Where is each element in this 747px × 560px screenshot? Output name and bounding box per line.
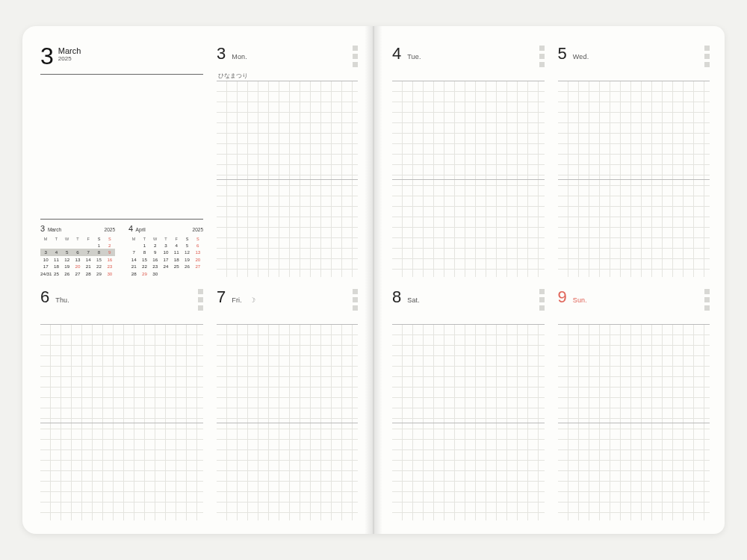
checkbox[interactable] [198, 297, 203, 302]
checkbox-column [539, 287, 545, 311]
checkbox[interactable] [704, 62, 710, 67]
checkbox[interactable] [704, 289, 710, 294]
mini-day: 15 [139, 256, 149, 263]
checkbox[interactable] [704, 54, 710, 59]
mini-day: 23 [105, 263, 115, 270]
mini-day: 6 [72, 249, 83, 255]
checkbox[interactable] [353, 297, 358, 302]
mini-day: 29 [93, 270, 104, 277]
mini-day [51, 242, 61, 249]
moon-icon: ☽ [249, 296, 255, 304]
day-cell-mon: 3Mon.ひなまつり [217, 44, 358, 277]
mini-day: 4 [51, 249, 61, 255]
mini-day: 13 [72, 256, 83, 263]
mini-day: 30 [150, 270, 161, 277]
mini-day: 9 [105, 249, 115, 255]
mini-day: 26 [182, 263, 192, 270]
mini-dow: T [139, 236, 149, 242]
mini-day: 11 [51, 256, 61, 263]
month-number: 3 [40, 44, 54, 68]
mini-dow: F [83, 236, 93, 242]
holiday-label: ひなまつり [218, 72, 358, 79]
mini-day: 12 [182, 249, 192, 255]
mini-dow: S [105, 236, 115, 242]
mini-day [161, 270, 171, 277]
day-cell-fri: 7Fri.☽ [217, 287, 358, 520]
mini-day: 2 [105, 242, 115, 249]
mini-dow: W [62, 236, 72, 242]
holiday-label [42, 316, 203, 323]
mini-dow: S [182, 236, 192, 242]
checkbox-column [539, 44, 545, 67]
checkbox[interactable] [539, 54, 545, 59]
checkbox[interactable] [353, 46, 358, 51]
mini-day [128, 242, 139, 249]
mini-dow: F [171, 236, 182, 242]
checkbox[interactable] [353, 289, 358, 294]
checkbox[interactable] [704, 305, 710, 311]
mini-dow: M [128, 236, 139, 242]
mini-dow: S [93, 236, 104, 242]
month-year: 2025 [58, 55, 81, 62]
mini-day: 1 [93, 242, 104, 249]
checkbox[interactable] [198, 305, 203, 311]
mini-day: 12 [62, 256, 72, 263]
mini-day: 6 [193, 242, 203, 249]
mini-day: 22 [93, 263, 104, 270]
checkbox[interactable] [539, 289, 545, 294]
checkbox[interactable] [353, 305, 358, 311]
mini-day [62, 242, 72, 249]
checkbox[interactable] [704, 46, 710, 51]
mini-day: 14 [83, 256, 93, 263]
day-cell-sat: 8Sat. [392, 287, 545, 520]
day-weekday: Fri. [232, 296, 242, 304]
month-header-cell: 3 March 2025 3 March2025MTWTFSS123456789… [40, 44, 203, 277]
checkbox[interactable] [539, 305, 545, 311]
checkbox-column [353, 44, 358, 67]
mini-day: 4 [171, 242, 182, 249]
day-cell-wed: 5Wed. [558, 44, 710, 277]
mini-day: 5 [182, 242, 192, 249]
checkbox[interactable] [198, 289, 203, 294]
mini-day: 28 [83, 270, 93, 277]
mini-day: 7 [83, 249, 93, 255]
mini-year: 2025 [105, 227, 115, 232]
checkbox[interactable] [539, 62, 545, 67]
day-weekday: Mon. [232, 53, 247, 60]
checkbox[interactable] [539, 297, 545, 302]
checkbox-column [353, 287, 358, 311]
mini-calendars: 3 March2025MTWTFSS1234567891011121314151… [40, 224, 203, 277]
writing-grid [392, 81, 545, 277]
day-number: 7 [217, 287, 226, 307]
mini-year: 2025 [193, 227, 203, 232]
mini-day: 22 [139, 263, 149, 270]
mini-day [72, 242, 83, 249]
writing-grid [392, 324, 545, 520]
mini-day [171, 270, 182, 277]
mini-day: 9 [150, 249, 161, 255]
writing-grid [558, 324, 710, 520]
checkbox[interactable] [353, 62, 358, 67]
checkbox[interactable] [539, 46, 545, 51]
writing-grid [558, 81, 710, 277]
day-number: 6 [40, 287, 49, 307]
mini-day: 17 [161, 256, 171, 263]
mini-day: 5 [62, 249, 72, 255]
mini-day: 20 [72, 263, 83, 270]
notes-area [40, 75, 203, 213]
day-cell-thu: 6Thu. [40, 287, 203, 520]
writing-grid [40, 324, 203, 520]
mini-day: 20 [193, 256, 203, 263]
mini-day: 24 [161, 263, 171, 270]
day-weekday: Sat. [407, 296, 420, 304]
checkbox[interactable] [704, 297, 710, 302]
mini-day: 27 [72, 270, 83, 277]
mini-day: 8 [93, 249, 104, 255]
mini-day: 16 [150, 256, 161, 263]
mini-day: 2 [150, 242, 161, 249]
day-weekday: Thu. [55, 296, 69, 304]
checkbox[interactable] [353, 54, 358, 59]
planner-spread: 3 March 2025 3 March2025MTWTFSS123456789… [22, 26, 725, 534]
mini-day: 24/31 [40, 270, 51, 277]
mini-day: 19 [62, 263, 72, 270]
